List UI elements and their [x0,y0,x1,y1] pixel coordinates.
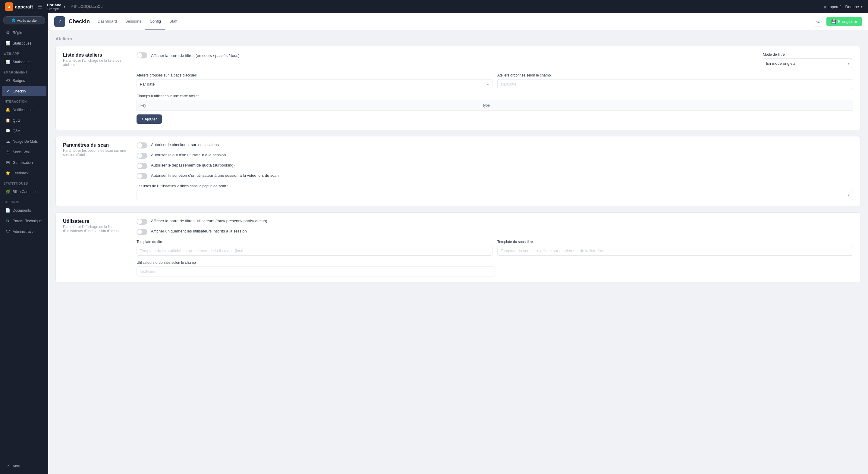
sidebar-bottom: ? Aide [0,458,48,474]
stats-top-icon: 📊 [5,41,10,45]
users-order-label: Utilisateurs ordonnés selon le champ [136,261,495,265]
sidebar-item-aide[interactable]: ? Aide [2,461,46,471]
popup-label-text: Les infos de l'utilisateurs visibles dan… [136,184,226,188]
sidebar-item-administration[interactable]: 🛡 Administration [2,227,46,236]
user-name-block: Doriane Exemple [47,3,61,11]
filter-mode-select[interactable]: En mode onglets En mode liste En mode dr… [763,59,853,68]
param-tech-icon: ⚙ [5,218,10,223]
template-title-input[interactable] [136,246,493,256]
topbar-doriane-label: Doriane [845,4,859,9]
scan-toggle-2-label: Autoriser l'ajout d'un utilisateur à la … [151,153,226,157]
sidebar-item-nuage[interactable]: ☁ Nuage De Mots [2,136,46,146]
app-header: ✓ Checkin Dashboard Sessions Config Staf… [48,13,868,30]
aide-label: Aide [13,464,20,468]
sidebar-item-bilan-carbone[interactable]: 🌿 Bilan Carbone [2,187,46,197]
sidebar-item-social-wall[interactable]: 📱 Social Wall [2,147,46,157]
scan-toggle-3[interactable] [136,163,147,169]
scan-toggle-1-row: Autoriser le checkount sur les sessions [136,142,853,148]
users-toggle-2-label: Afficher uniquement les utilisateurs ins… [151,229,247,233]
save-icon: 💾 [831,19,836,24]
section-label-statistiques: STATISTIQUES [0,178,48,187]
user-info[interactable]: Doriane Exemple ▼ [47,3,66,11]
tab-config[interactable]: Config [145,13,165,30]
user-chevron: ▼ [63,5,66,8]
notifications-label: Notifications [13,108,32,112]
project-id: # IPtoODQLktuhOd [71,4,103,9]
hamburger-icon[interactable]: ☰ [38,4,42,10]
tab-sessions[interactable]: Sessions [121,13,146,30]
sidebar-item-regle[interactable]: ⚙ Régie [2,28,46,38]
bilan-label: Bilan Carbone [13,190,36,194]
toggle-filter-bar[interactable] [136,53,147,59]
bilan-icon: 🌿 [5,190,10,194]
project-code: IPtoODQLktuhOd [74,4,102,9]
utilisateurs-title: Utilisateurs [63,218,129,224]
documents-label: Documents [13,208,31,213]
scan-toggle-2[interactable] [136,153,147,159]
sidebar-item-gamification[interactable]: 🎮 Gamification [2,158,46,167]
users-order-input[interactable] [136,267,495,276]
users-toggle-2-row: Afficher uniquement les utilisateurs ins… [136,229,853,235]
nuage-label: Nuage De Mots [13,139,38,144]
sidebar-item-qa[interactable]: 💬 Q&A [2,126,46,136]
group-select[interactable]: Par date Par catégorie Sans groupement [136,79,493,89]
logo: a appcraft [5,2,33,11]
sidebar-item-feedback[interactable]: ⭐ Feedback [2,168,46,178]
stats-top-label: Statistiques [13,41,31,45]
sidebar-item-quiz[interactable]: 📋 Quiz [2,115,46,125]
scan-toggle-1[interactable] [136,142,147,148]
save-btn-label: Enregistrer [838,19,857,24]
sidebar: 🌐 Accès au site ⚙ Régie 📊 Statistiques W… [0,13,48,474]
sidebar-item-statistiques-web[interactable]: 📊 Statistiques [2,57,46,67]
quiz-label: Quiz [13,118,20,123]
order-field-input[interactable] [497,79,853,89]
gamification-icon: 🎮 [5,160,10,165]
social-wall-label: Social Wall [13,150,30,154]
qa-label: Q&A [13,129,20,133]
users-order-group: Utilisateurs ordonnés selon le champ [136,261,495,276]
access-site-button[interactable]: 🌐 Accès au site [3,16,45,24]
topbar-user[interactable]: Doriane ▼ [845,4,863,9]
tab-staff[interactable]: Staff [165,13,182,30]
template-subtitle-input[interactable] [497,246,853,256]
sidebar-item-statistiques-top[interactable]: 📊 Statistiques [2,38,46,48]
sidebar-item-checkin[interactable]: ✓ Checkin [2,86,46,96]
nuage-icon: ☁ [5,139,10,144]
page-section-title: Ateliers [56,36,861,41]
logo-text: appcraft [15,4,33,9]
section-label-emargement: EMARGEMENT [0,67,48,75]
popup-select[interactable] [136,190,853,200]
liste-ateliers-card: Liste des ateliers Paramétrer l'affichag… [56,46,861,130]
sidebar-item-notifications[interactable]: 🔔 Notifications [2,105,46,115]
section-label-webapp: WEB APP [0,48,48,57]
section-label-settings: SETTINGS [0,197,48,205]
scan-toggle-3-label: Autoriser le dépassement de quota (surbo… [151,163,235,167]
scan-toggle-4-knob [137,174,142,178]
popup-label: Les infos de l'utilisateurs visibles dan… [136,184,853,188]
sidebar-item-badges[interactable]: 🏷 Badges [2,76,46,86]
quiz-icon: 📋 [5,118,10,123]
gamification-label: Gamification [13,161,33,165]
sidebar-item-param-technique[interactable]: ⚙ Param. Technique [2,216,46,226]
users-toggle-2[interactable] [136,229,147,235]
scan-toggle-4[interactable] [136,173,147,179]
user-sub: Exemple [47,7,61,11]
social-wall-icon: 📱 [5,150,10,154]
col-key: key [137,100,479,111]
tab-dashboard[interactable]: Dashboard [93,13,121,30]
parametres-scan-subtitle: Paramétrer les options de scan sur une s… [63,148,129,157]
page-content: Ateliers Liste des ateliers Paramétrer l… [48,30,868,474]
stats-web-icon: 📊 [5,60,10,64]
template-subtitle-group: Template du sous-titre [497,240,853,256]
sidebar-item-documents[interactable]: 📄 Documents [2,205,46,215]
save-button[interactable]: 💾 Enregistrer [827,17,862,26]
add-field-button[interactable]: + Ajouter [136,114,162,124]
parametres-scan-card: Paramètres du scan Paramétrer les option… [56,136,861,206]
app-title: Checkin [69,19,90,25]
toggle-filter-bar-row: Afficher la barre de filtres (en cours /… [136,53,755,59]
main-layout: 🌐 Accès au site ⚙ Régie 📊 Statistiques W… [0,13,868,474]
parametres-scan-title: Paramètres du scan [63,142,129,148]
code-button[interactable]: </> [814,17,824,27]
users-toggle-1[interactable] [136,218,147,225]
regle-icon: ⚙ [5,30,10,35]
